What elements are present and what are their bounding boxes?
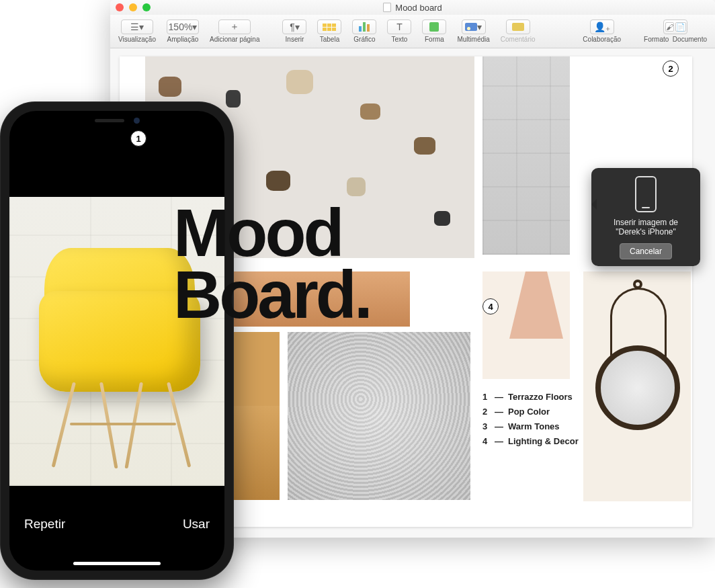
- window-titlebar[interactable]: Mood board: [110, 0, 715, 15]
- iphone-icon: [635, 176, 657, 212]
- format-button[interactable]: 🖌: [665, 22, 674, 32]
- add-page-button[interactable]: ＋Adicionar página: [206, 18, 264, 44]
- retake-button[interactable]: Repetir: [24, 517, 65, 532]
- legend-list: 1—Terrazzo Floors 2—Pop Color 3—Warm Ton…: [482, 390, 579, 449]
- marker-1[interactable]: 1: [130, 130, 146, 146]
- table-button[interactable]: Tabela: [313, 18, 345, 44]
- iphone-device: Repetir Usar: [0, 101, 234, 580]
- home-indicator[interactable]: [73, 562, 161, 565]
- legend-item: 2—Pop Color: [482, 405, 579, 419]
- insert-button[interactable]: ¶▾Inserir: [278, 18, 310, 44]
- camera-controls: Repetir Usar: [9, 490, 224, 571]
- image-lamp[interactable]: [482, 271, 570, 379]
- iphone-screen: Repetir Usar: [9, 111, 224, 571]
- use-photo-button[interactable]: Usar: [183, 517, 210, 532]
- mood-board-title[interactable]: Mood Board.: [173, 202, 370, 325]
- collaborate-button[interactable]: 👤₊Colaboração: [579, 18, 625, 44]
- marker-2[interactable]: 2: [663, 60, 679, 77]
- document-button[interactable]: 📄: [675, 22, 686, 32]
- image-fur[interactable]: [288, 332, 470, 500]
- comment-button[interactable]: Comentário: [497, 18, 540, 44]
- continuity-camera-popover: Inserir imagem de "Derek's iPhone" Cance…: [591, 168, 700, 266]
- text-button[interactable]: TTexto: [383, 18, 415, 44]
- marker-4[interactable]: 4: [482, 298, 499, 314]
- cancel-button[interactable]: Cancelar: [620, 243, 672, 259]
- image-concrete[interactable]: [482, 56, 570, 255]
- image-mirror[interactable]: [583, 271, 691, 501]
- legend-item: 1—Terrazzo Floors: [482, 390, 579, 405]
- legend-item: 4—Lighting & Decor: [482, 434, 579, 449]
- popover-text: Inserir imagem de "Derek's iPhone": [598, 218, 693, 237]
- toolbar: ☰▾Visualização 150%▾ Ampliação ＋Adiciona…: [110, 15, 715, 48]
- front-camera-icon: [134, 118, 140, 124]
- media-button[interactable]: ▾Multimédia: [453, 18, 493, 44]
- shape-button[interactable]: Forma: [418, 18, 450, 44]
- document-icon: [383, 3, 391, 12]
- legend-item: 3—Warm Tones: [482, 419, 579, 434]
- view-button[interactable]: ☰▾Visualização: [114, 18, 160, 44]
- format-document-buttons: 🖌 📄 Formato Documento: [640, 18, 711, 44]
- window-title-text: Mood board: [395, 3, 441, 13]
- zoom-button[interactable]: 150%▾ Ampliação: [163, 18, 203, 44]
- iphone-notch: [63, 111, 171, 130]
- window-title: Mood board: [110, 3, 715, 13]
- chart-button[interactable]: Gráfico: [348, 18, 380, 44]
- speaker-icon: [95, 119, 124, 122]
